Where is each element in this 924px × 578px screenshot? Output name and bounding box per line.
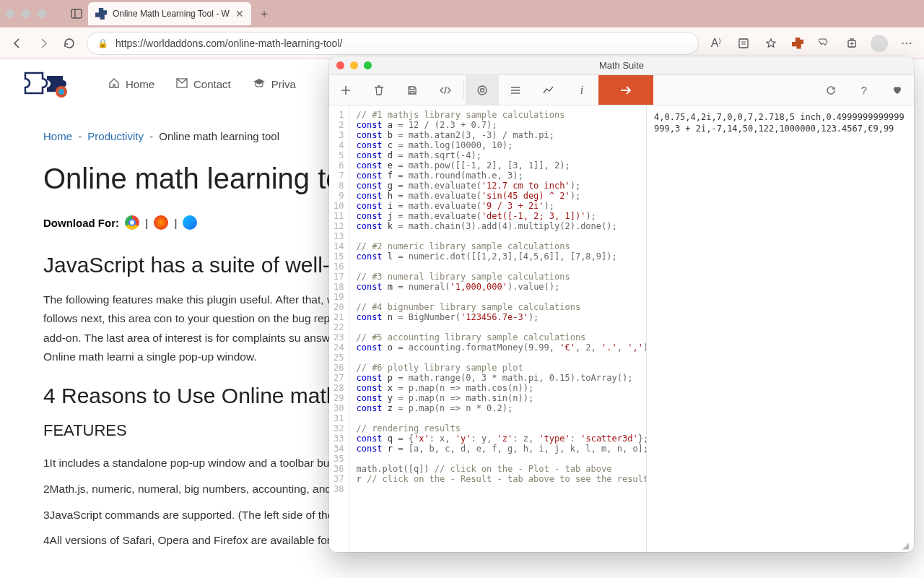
address-bar: 🔒 https://worldaddons.com/online-math-le… <box>0 27 924 59</box>
code-content: // #1 mathjs library sample calculations… <box>350 105 647 552</box>
result-pane: 4,0.75,4,2i,7,0,0,7,2.718,5 inch,0.49999… <box>647 105 914 552</box>
crumb-sep: - <box>78 130 82 142</box>
favorite-button[interactable] <box>881 75 914 105</box>
new-tab-button[interactable]: ＋ <box>254 4 274 24</box>
sidebar-icon <box>71 8 82 20</box>
run-button[interactable] <box>598 75 653 105</box>
nav-privacy[interactable]: Priva <box>253 78 296 90</box>
nav-home[interactable]: Home <box>108 77 154 91</box>
back-button[interactable] <box>9 35 26 52</box>
nav-contact-label: Contact <box>193 78 231 90</box>
reload-button[interactable] <box>61 35 78 52</box>
browser-chrome: Online Math Learning Tool - W ✕ ＋ 🔒 http… <box>0 0 924 59</box>
plot-tab[interactable] <box>532 75 565 105</box>
target-tab[interactable] <box>466 75 499 105</box>
popup-min[interactable] <box>350 61 358 69</box>
svg-rect-2 <box>739 39 748 48</box>
tab-title: Online Math Learning Tool - W <box>113 9 230 19</box>
more-icon[interactable]: ⋯ <box>898 35 915 52</box>
read-aloud-icon[interactable]: A⁾ <box>707 35 725 52</box>
refresh-button[interactable] <box>814 75 847 105</box>
tab-close-icon[interactable]: ✕ <box>235 8 244 20</box>
svg-rect-0 <box>71 9 82 18</box>
math-suite-window: Math Suite i ? 1234567891011121314151617… <box>329 56 914 552</box>
puzzle-favicon-icon <box>95 8 107 20</box>
crumb-sep: - <box>149 130 153 142</box>
svg-point-14 <box>478 86 487 95</box>
puzzle-logo-icon <box>18 67 83 100</box>
forward-button[interactable] <box>35 35 52 52</box>
cap-icon <box>253 78 266 90</box>
code-tab[interactable] <box>429 75 462 105</box>
firefox-icon[interactable] <box>154 215 168 230</box>
crumb-current: Online math learning tool <box>159 130 279 142</box>
popup-toolbar: i ? <box>329 75 914 105</box>
collections-icon[interactable] <box>843 35 860 52</box>
line-gutter: 1234567891011121314151617181920212223242… <box>329 105 350 552</box>
reader-icon[interactable] <box>735 35 752 52</box>
win-max[interactable] <box>38 9 46 18</box>
favorite-icon[interactable] <box>762 35 780 52</box>
popup-titlebar[interactable]: Math Suite <box>329 56 914 75</box>
delete-button[interactable] <box>362 75 396 105</box>
url-input[interactable]: 🔒 https://worldaddons.com/online-math-le… <box>87 32 699 55</box>
home-icon <box>108 77 120 91</box>
chrome-icon[interactable] <box>125 215 139 230</box>
tab-sidebar-toggle[interactable] <box>68 5 85 22</box>
popup-max[interactable] <box>364 61 372 69</box>
svg-point-10 <box>58 89 64 95</box>
edge-icon[interactable] <box>183 215 197 230</box>
resize-handle[interactable]: ◢ <box>902 540 911 549</box>
crumb-category[interactable]: Productivity <box>87 130 144 142</box>
url-text: https://worldaddons.com/online-math-lear… <box>116 38 342 49</box>
tab-bar: Online Math Learning Tool - W ✕ ＋ <box>0 0 924 27</box>
win-min[interactable] <box>22 9 30 18</box>
nav-privacy-label: Priva <box>271 78 296 90</box>
extension-math-icon[interactable] <box>790 35 806 51</box>
browser-tab-active[interactable]: Online Math Learning Tool - W ✕ <box>88 2 251 25</box>
profile-avatar[interactable] <box>871 35 888 52</box>
popup-close[interactable] <box>336 61 344 69</box>
result-tab[interactable] <box>499 75 532 105</box>
nav-home-label: Home <box>126 78 154 90</box>
nav-contact[interactable]: Contact <box>176 78 231 90</box>
download-label: Download For: <box>43 217 119 229</box>
lock-icon: 🔒 <box>97 38 108 48</box>
site-logo[interactable] <box>14 66 87 102</box>
add-button[interactable] <box>329 75 362 105</box>
info-button[interactable]: i <box>565 75 598 105</box>
crumb-home[interactable]: Home <box>43 130 72 142</box>
mail-icon <box>176 78 188 90</box>
code-editor[interactable]: 1234567891011121314151617181920212223242… <box>329 105 647 552</box>
popup-title: Math Suite <box>329 60 914 71</box>
svg-point-15 <box>481 88 484 92</box>
win-close[interactable] <box>6 9 14 18</box>
save-button[interactable] <box>396 75 429 105</box>
extensions-icon[interactable] <box>816 35 833 52</box>
help-button[interactable]: ? <box>847 75 881 105</box>
